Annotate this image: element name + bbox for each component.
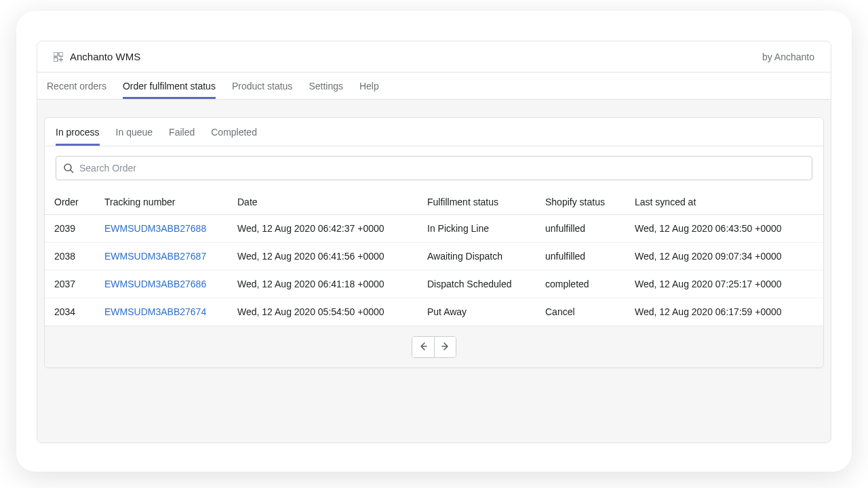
- table-header-row: Order Tracking number Date Fulfillment s…: [45, 190, 823, 215]
- svg-rect-2: [54, 58, 58, 62]
- tab-settings[interactable]: Settings: [309, 73, 343, 99]
- orders-table: Order Tracking number Date Fulfillment s…: [45, 190, 823, 326]
- col-synced: Last synced at: [625, 190, 823, 215]
- subtab-label: Failed: [169, 127, 195, 138]
- tracking-link[interactable]: EWMSUDM3ABB27686: [104, 279, 206, 289]
- cell-date: Wed, 12 Aug 2020 05:54:50 +0000: [228, 298, 418, 326]
- content-area: In process In queue Failed Completed: [37, 100, 831, 375]
- cell-shopify: unfulfilled: [536, 243, 625, 270]
- search-field[interactable]: [56, 156, 812, 180]
- cell-date: Wed, 12 Aug 2020 06:41:18 +0000: [228, 270, 418, 298]
- by-vendor-text: by Anchanto: [762, 52, 814, 62]
- primary-tabs: Recent orders Order fulfilment status Pr…: [37, 73, 831, 100]
- table-row: 2037 EWMSUDM3ABB27686 Wed, 12 Aug 2020 0…: [45, 270, 823, 298]
- tab-recent-orders[interactable]: Recent orders: [47, 73, 106, 99]
- svg-line-4: [71, 170, 73, 173]
- subtab-completed[interactable]: Completed: [211, 118, 257, 146]
- cell-synced: Wed, 12 Aug 2020 07:25:17 +0000: [625, 270, 823, 298]
- tab-order-fulfilment-status[interactable]: Order fulfilment status: [123, 73, 216, 99]
- tab-label: Help: [359, 81, 379, 92]
- cell-shopify: completed: [536, 270, 625, 298]
- arrow-right-icon: [441, 342, 450, 353]
- search-input[interactable]: [79, 163, 805, 174]
- col-tracking: Tracking number: [95, 190, 228, 215]
- page-next-button[interactable]: [434, 337, 456, 357]
- cell-order: 2034: [45, 298, 95, 326]
- tab-label: Product status: [232, 81, 293, 92]
- subtab-label: Completed: [211, 127, 257, 138]
- app-panel: Anchanto WMS by Anchanto Recent orders O…: [37, 41, 831, 443]
- tab-label: Order fulfilment status: [123, 81, 216, 92]
- panel-header: Anchanto WMS by Anchanto: [37, 41, 831, 73]
- cell-synced: Wed, 12 Aug 2020 06:17:59 +0000: [625, 298, 823, 326]
- orders-card: In process In queue Failed Completed: [44, 117, 824, 368]
- cell-shopify: Cancel: [536, 298, 625, 326]
- subtab-in-queue[interactable]: In queue: [116, 118, 153, 146]
- subtab-in-process[interactable]: In process: [56, 118, 100, 146]
- cell-order: 2039: [45, 215, 95, 243]
- cell-synced: Wed, 12 Aug 2020 09:07:34 +0000: [625, 243, 823, 270]
- table-row: 2038 EWMSUDM3ABB27687 Wed, 12 Aug 2020 0…: [45, 243, 823, 270]
- page-prev-button[interactable]: [412, 337, 434, 357]
- cell-fulfil: Put Away: [418, 298, 536, 326]
- cell-order: 2037: [45, 270, 95, 298]
- search-wrap: [45, 146, 823, 190]
- tab-label: Settings: [309, 81, 343, 92]
- search-icon: [63, 163, 74, 174]
- tracking-link[interactable]: EWMSUDM3ABB27674: [104, 306, 206, 317]
- col-date: Date: [228, 190, 418, 215]
- secondary-tabs: In process In queue Failed Completed: [45, 118, 823, 146]
- tracking-link[interactable]: EWMSUDM3ABB27687: [104, 251, 206, 262]
- tracking-link[interactable]: EWMSUDM3ABB27688: [104, 223, 206, 234]
- col-fulfil: Fulfillment status: [418, 190, 536, 215]
- subtab-label: In queue: [116, 127, 153, 138]
- col-order: Order: [45, 190, 95, 215]
- header-left: Anchanto WMS: [54, 51, 140, 62]
- svg-rect-0: [54, 52, 58, 56]
- cell-date: Wed, 12 Aug 2020 06:42:37 +0000: [228, 215, 418, 243]
- app-title: Anchanto WMS: [70, 51, 140, 62]
- subtab-label: In process: [56, 127, 100, 138]
- svg-rect-1: [59, 52, 63, 56]
- col-shopify: Shopify status: [536, 190, 625, 215]
- cell-shopify: unfulfilled: [536, 215, 625, 243]
- cell-order: 2038: [45, 243, 95, 270]
- cell-fulfil: In Picking Line: [418, 215, 536, 243]
- subtab-failed[interactable]: Failed: [169, 118, 195, 146]
- tab-product-status[interactable]: Product status: [232, 73, 293, 99]
- cell-synced: Wed, 12 Aug 2020 06:43:50 +0000: [625, 215, 823, 243]
- tab-help[interactable]: Help: [359, 73, 379, 99]
- pager: [412, 336, 456, 358]
- table-row: 2039 EWMSUDM3ABB27688 Wed, 12 Aug 2020 0…: [45, 215, 823, 243]
- table-row: 2034 EWMSUDM3ABB27674 Wed, 12 Aug 2020 0…: [45, 298, 823, 326]
- tab-label: Recent orders: [47, 81, 106, 92]
- app-window: Anchanto WMS by Anchanto Recent orders O…: [16, 11, 852, 472]
- app-blocks-icon: [54, 52, 63, 62]
- cell-fulfil: Dispatch Scheduled: [418, 270, 536, 298]
- cell-fulfil: Awaiting Dispatch: [418, 243, 536, 270]
- arrow-left-icon: [418, 342, 428, 353]
- pagination-footer: [45, 326, 823, 367]
- cell-date: Wed, 12 Aug 2020 06:41:56 +0000: [228, 243, 418, 270]
